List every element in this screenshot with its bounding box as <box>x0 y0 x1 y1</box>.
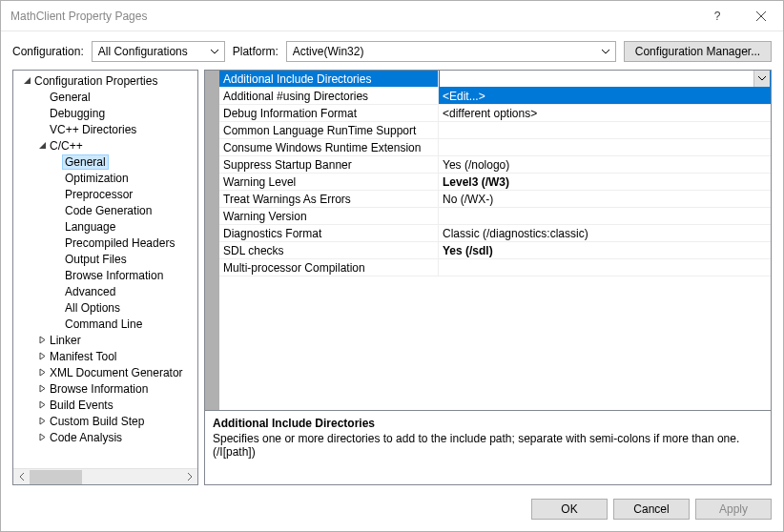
scroll-left-icon[interactable] <box>13 469 30 485</box>
ok-label: OK <box>561 502 577 516</box>
tree-expander-icon[interactable] <box>34 417 50 425</box>
tree-item-command-line[interactable]: Command Line <box>13 316 197 332</box>
tree-expander-icon[interactable] <box>34 433 50 441</box>
property-value[interactable] <box>439 122 771 138</box>
property-row[interactable]: Multi-processor Compilation <box>219 259 771 276</box>
property-value[interactable]: No (/WX-) <box>439 191 771 207</box>
toolbar: Configuration: All Configurations Platfo… <box>1 31 783 70</box>
tree-item-label: All Options <box>65 301 120 315</box>
property-value[interactable]: Yes (/sdl) <box>439 242 771 258</box>
cancel-label: Cancel <box>633 502 669 516</box>
scroll-right-icon[interactable] <box>181 469 197 485</box>
tree-expander-icon[interactable] <box>19 76 34 85</box>
tree-item-precompiled-headers[interactable]: Precompiled Headers <box>13 235 197 251</box>
svg-marker-2 <box>24 77 31 84</box>
property-row[interactable]: Warning LevelLevel3 (/W3) <box>219 174 771 191</box>
tree-item-build-events[interactable]: Build Events <box>13 397 197 413</box>
chevron-down-icon <box>758 76 766 81</box>
svg-marker-10 <box>40 434 45 440</box>
property-value[interactable]: <different options> <box>439 105 771 121</box>
tree-item-code-analysis[interactable]: Code Analysis <box>13 429 197 445</box>
tree-item-vc-directories[interactable]: VC++ Directories <box>13 121 197 137</box>
dialog-body: Configuration PropertiesGeneralDebugging… <box>1 70 783 491</box>
close-icon <box>756 11 766 21</box>
tree-expander-icon[interactable] <box>34 400 50 409</box>
window-title: MathClient Property Pages <box>10 10 695 23</box>
tree-item-label: Browse Information <box>65 269 163 282</box>
svg-marker-7 <box>40 385 45 392</box>
property-value-text: <different options> <box>443 107 537 120</box>
property-row[interactable]: Additional Include Directories <box>219 71 771 88</box>
help-button[interactable]: ? <box>695 1 739 31</box>
tree-item-label: General <box>50 91 91 104</box>
property-value[interactable] <box>439 71 771 88</box>
tree-item-all-options[interactable]: All Options <box>13 299 197 316</box>
chevron-down-icon <box>598 50 613 54</box>
tree-expander-icon[interactable] <box>34 336 50 344</box>
tree-item-general[interactable]: General <box>13 89 197 105</box>
property-value[interactable]: Yes (/nologo) <box>439 156 771 173</box>
dropdown-button[interactable] <box>753 71 770 87</box>
tree-item-c-c-[interactable]: C/C++ <box>13 137 197 153</box>
ok-button[interactable]: OK <box>531 499 608 520</box>
property-row[interactable]: Warning Version <box>219 208 771 225</box>
property-value[interactable] <box>439 139 771 155</box>
tree-item-code-generation[interactable]: Code Generation <box>13 202 197 218</box>
property-row[interactable]: Debug Information Format<different optio… <box>219 105 771 122</box>
property-value-text: Level3 (/W3) <box>443 175 509 189</box>
close-button[interactable] <box>739 1 783 31</box>
svg-marker-5 <box>40 353 45 359</box>
tree-item-custom-build-step[interactable]: Custom Build Step <box>13 413 197 429</box>
tree-item-label: Code Generation <box>65 204 152 217</box>
configuration-manager-button[interactable]: Configuration Manager... <box>624 41 772 62</box>
property-row[interactable]: Common Language RunTime Support <box>219 122 771 139</box>
tree-item-advanced[interactable]: Advanced <box>13 283 197 299</box>
tree-expander-icon[interactable] <box>34 141 50 150</box>
cancel-button[interactable]: Cancel <box>613 499 690 520</box>
tree-item-linker[interactable]: Linker <box>13 332 197 348</box>
property-name: Additional Include Directories <box>219 71 439 87</box>
property-value[interactable] <box>439 208 771 224</box>
description-title: Additional Include Directories <box>213 417 763 430</box>
apply-button[interactable]: Apply <box>695 499 772 520</box>
configuration-combo[interactable]: All Configurations <box>92 41 225 62</box>
svg-marker-9 <box>40 418 45 424</box>
platform-combo[interactable]: Active(Win32) <box>286 41 616 62</box>
tree-item-manifest-tool[interactable]: Manifest Tool <box>13 348 197 364</box>
tree-item-preprocessor[interactable]: Preprocessor <box>13 186 197 202</box>
property-name: Debug Information Format <box>219 105 439 121</box>
property-name: Multi-processor Compilation <box>219 259 439 276</box>
scrollbar-thumb[interactable] <box>30 470 82 484</box>
svg-marker-6 <box>40 369 45 376</box>
tree-item-general[interactable]: General <box>13 153 197 170</box>
tree-item-label: Output Files <box>65 253 127 266</box>
property-row[interactable]: Consume Windows Runtime Extension <box>219 139 771 156</box>
apply-label: Apply <box>719 502 748 516</box>
property-row[interactable]: Additional #using Directories<Edit...> <box>219 88 771 105</box>
property-row[interactable]: Suppress Startup BannerYes (/nologo) <box>219 156 771 174</box>
tree-item-debugging[interactable]: Debugging <box>13 105 197 121</box>
property-value[interactable]: Level3 (/W3) <box>439 174 771 190</box>
tree-expander-icon[interactable] <box>34 352 50 360</box>
tree-item-language[interactable]: Language <box>13 218 197 235</box>
property-value[interactable]: Classic (/diagnostics:classic) <box>439 225 771 241</box>
tree-item-optimization[interactable]: Optimization <box>13 170 197 186</box>
property-value[interactable]: <Edit...> <box>439 88 771 104</box>
tree-horizontal-scrollbar[interactable] <box>13 468 197 484</box>
tree-expander-icon[interactable] <box>34 368 50 377</box>
tree-item-label: General <box>62 154 109 170</box>
tree-item-browse-information[interactable]: Browse Information <box>13 267 197 283</box>
tree-expander-icon[interactable] <box>34 384 50 393</box>
platform-value: Active(Win32) <box>293 45 364 58</box>
tree-item-label: Language <box>65 220 115 234</box>
config-tree[interactable]: Configuration PropertiesGeneralDebugging… <box>13 71 197 468</box>
property-row[interactable]: Diagnostics FormatClassic (/diagnostics:… <box>219 225 771 242</box>
tree-item-browse-information[interactable]: Browse Information <box>13 380 197 397</box>
property-value[interactable] <box>439 259 771 276</box>
tree-item-xml-document-generator[interactable]: XML Document Generator <box>13 364 197 380</box>
property-row[interactable]: Treat Warnings As ErrorsNo (/WX-) <box>219 191 771 208</box>
tree-item-output-files[interactable]: Output Files <box>13 251 197 267</box>
tree-item-configuration-properties[interactable]: Configuration Properties <box>13 72 197 89</box>
property-row[interactable]: SDL checksYes (/sdl) <box>219 242 771 259</box>
tree-item-label: Linker <box>50 334 81 347</box>
